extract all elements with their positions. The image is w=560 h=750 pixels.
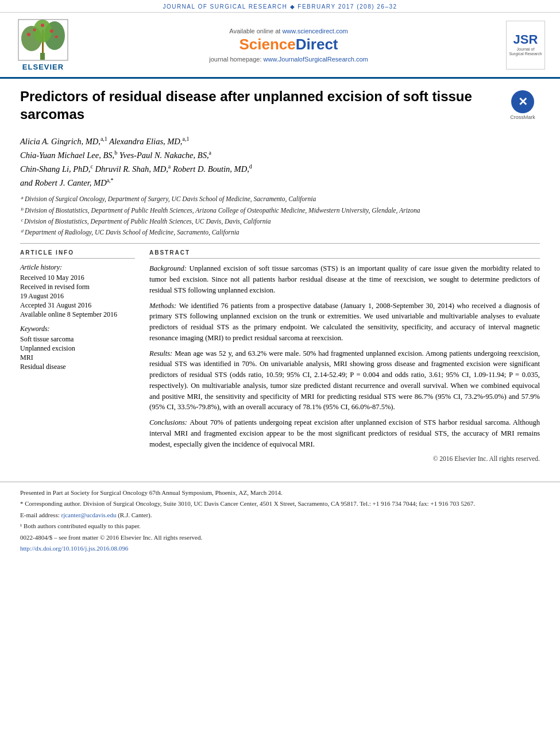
accepted-date: Accepted 31 August 2016 (20, 301, 135, 310)
svg-point-8 (55, 36, 58, 39)
presented-note: Presented in Part at Society for Surgica… (20, 488, 540, 498)
divider (20, 243, 540, 244)
sciencedirect-url[interactable]: www.sciencedirect.com (282, 28, 347, 34)
email-link[interactable]: rjcanter@ucdavis.edu (61, 511, 116, 518)
jsr-box: JSR Journal ofSurgical Research (506, 21, 545, 70)
article-title: Predictors of residual disease after unp… (20, 87, 500, 123)
journal-topbar: JOURNAL OF SURGICAL RESEARCH ◆ FEBRUARY … (0, 0, 560, 13)
elsevier-logo: ELSEVIER (11, 18, 75, 71)
footer-section: Presented in Part at Society for Surgica… (0, 482, 560, 553)
article-info-header: ARTICLE INFO (20, 249, 135, 259)
online-date: Available online 8 September 2016 (20, 310, 135, 319)
affiliation-c: ᶜ Division of Biostatistics, Department … (20, 217, 540, 226)
revised-label: Received in revised form (20, 283, 135, 291)
keyword-2: Unplanned excision (20, 344, 135, 353)
abstract-results: Results: Mean age was 52 y, and 63.2% we… (149, 348, 540, 413)
affiliations: ᵃ Division of Surgical Oncology, Departm… (20, 194, 540, 237)
article-info-column: ARTICLE INFO Article history: Received 1… (20, 249, 135, 464)
equal-contrib-note: ¹ Both authors contributed equally to th… (20, 521, 540, 531)
header-center: Available online at www.sciencedirect.co… (80, 28, 497, 63)
svg-point-7 (50, 29, 53, 33)
jsr-logo: JSR Journal ofSurgical Research (503, 21, 549, 70)
keyword-4: Residual disease (20, 363, 135, 371)
crossmark: ✕ CrossMark (505, 87, 540, 120)
jsr-sublabel: Journal ofSurgical Research (509, 47, 542, 57)
abstract-text: Background: Unplanned excision of soft t… (149, 263, 540, 464)
keyword-1: Soft tissue sarcoma (20, 335, 135, 344)
abstract-column: ABSTRACT Background: Unplanned excision … (149, 249, 540, 464)
article-history-block: Article history: Received 10 May 2016 Re… (20, 263, 135, 319)
elsevier-tree-icon (17, 18, 69, 61)
doi-line: http://dx.doi.org/10.1016/j.jss.2016.08.… (20, 544, 540, 553)
affiliation-d: ᵈ Department of Radiology, UC Davis Scho… (20, 228, 540, 237)
keywords-block: Keywords: Soft tissue sarcoma Unplanned … (20, 325, 135, 371)
jsr-letters: JSR (513, 33, 538, 46)
corresponding-note: * Corresponding author. Division of Surg… (20, 499, 540, 509)
svg-rect-0 (40, 53, 45, 60)
svg-point-6 (33, 29, 36, 32)
journal-url[interactable]: www.JournalofSurgicalResearch.com (264, 56, 368, 63)
authors: Alicia A. Gingrich, MD,a,1 Alexandra Eli… (20, 134, 540, 190)
crossmark-label: CrossMark (510, 114, 535, 120)
issn-line: 0022-4804/$ – see front matter © 2016 El… (20, 533, 540, 543)
history-label: Article history: (20, 263, 135, 272)
date-volume: FEBRUARY 2017 (208) 26–32 (298, 3, 397, 10)
available-online-text: Available online at www.sciencedirect.co… (80, 28, 497, 34)
affiliation-b: ᵇ Division of Biostatistics, Department … (20, 206, 540, 216)
bullet-separator: ◆ (290, 3, 296, 10)
svg-point-9 (41, 24, 44, 27)
keywords-label: Keywords: (20, 325, 135, 333)
title-section: Predictors of residual disease after unp… (20, 87, 540, 129)
journal-header: ELSEVIER Available online at www.science… (0, 13, 560, 79)
abstract-methods: Methods: We identified 76 patients from … (149, 301, 540, 344)
main-content: Predictors of residual disease after unp… (0, 79, 560, 473)
two-column-section: ARTICLE INFO Article history: Received 1… (20, 249, 540, 464)
abstract-background: Background: Unplanned excision of soft t… (149, 263, 540, 295)
copyright-notice: © 2016 Elsevier Inc. All rights reserved… (149, 454, 540, 464)
keyword-3: MRI (20, 353, 135, 362)
journal-homepage: journal homepage: www.JournalofSurgicalR… (80, 56, 497, 63)
sciencedirect-logo: ScienceDirect (80, 36, 497, 53)
crossmark-icon: ✕ (511, 90, 534, 113)
svg-point-4 (33, 20, 52, 43)
abstract-header: ABSTRACT (149, 249, 540, 259)
doi-link[interactable]: http://dx.doi.org/10.1016/j.jss.2016.08.… (20, 545, 128, 552)
abstract-conclusions: Conclusions: About 70% of patients under… (149, 417, 540, 449)
email-line: E-mail address: rjcanter@ucdavis.edu (R.… (20, 510, 540, 520)
revised-date: 19 August 2016 (20, 292, 135, 301)
elsevier-label: ELSEVIER (22, 63, 64, 71)
svg-point-5 (27, 33, 30, 36)
journal-name: JOURNAL OF SURGICAL RESEARCH (163, 3, 287, 10)
received-date: Received 10 May 2016 (20, 274, 135, 282)
affiliation-a: ᵃ Division of Surgical Oncology, Departm… (20, 194, 540, 204)
